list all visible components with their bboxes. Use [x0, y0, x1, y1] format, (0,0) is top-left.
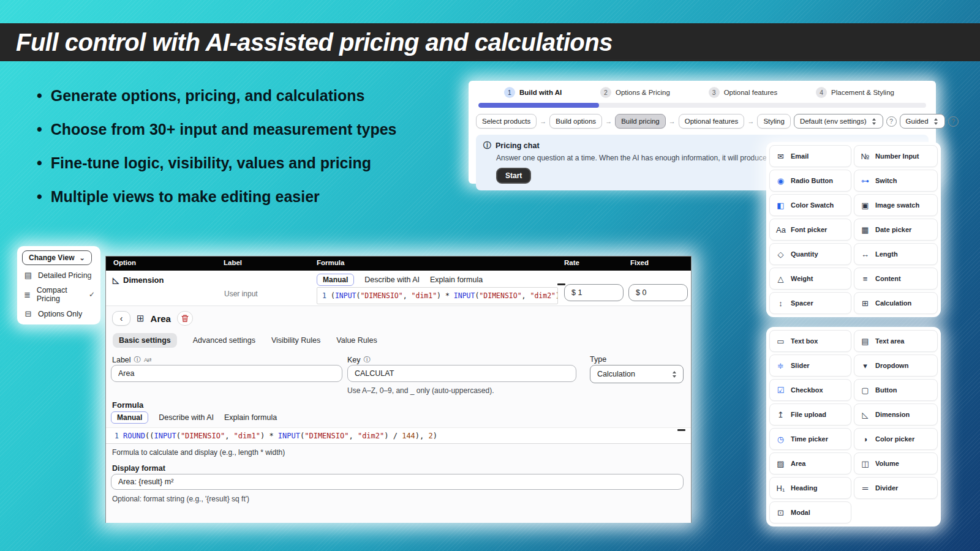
input-type-number-input[interactable]: №Number Input — [854, 145, 938, 167]
info-icon[interactable]: ⓘ — [134, 355, 141, 364]
type-select[interactable]: Calculation — [590, 365, 684, 383]
tab-describe-with-ai[interactable]: Describe with AI — [159, 413, 214, 422]
delete-option-button[interactable] — [177, 311, 193, 326]
help-icon[interactable]: ? — [886, 116, 897, 127]
env-settings-select[interactable]: Default (env settings) — [794, 114, 883, 129]
wizard-steps: 1Build with AI 2Options & Pricing 3Optio… — [469, 81, 936, 98]
input-type-radio-button[interactable]: ◉Radio Button — [769, 170, 851, 192]
step-label: Placement & Styling — [831, 89, 894, 96]
input-type-email[interactable]: ✉Email — [769, 145, 851, 167]
switch-icon: ⊶ — [861, 176, 870, 186]
input-type-dropdown[interactable]: ▾Dropdown — [854, 354, 938, 377]
input-type-volume[interactable]: ◫Volume — [854, 452, 938, 474]
input-type-modal[interactable]: ⊡Modal — [769, 501, 851, 523]
display-format-input[interactable] — [111, 474, 684, 490]
input-type-length[interactable]: ↔Length — [854, 243, 938, 265]
input-type-content[interactable]: ≡Content — [854, 268, 938, 290]
tab-basic-settings[interactable]: Basic settings — [113, 333, 177, 348]
dropdown-icon: ▾ — [861, 361, 870, 370]
input-type-font-picker[interactable]: AaFont picker — [769, 219, 851, 241]
menu-item-detailed-pricing[interactable]: ▤Detailed Pricing — [17, 268, 100, 283]
tab-manual[interactable]: Manual — [111, 411, 148, 424]
step-placement-styling[interactable]: 4Placement & Styling — [816, 87, 894, 98]
input-type-label: Area — [791, 460, 805, 467]
step-options-pricing[interactable]: 2Options & Pricing — [600, 87, 670, 98]
tab-explain-formula[interactable]: Explain formula — [430, 276, 483, 284]
trash-icon — [181, 314, 189, 323]
key-input[interactable] — [347, 365, 576, 382]
button-icon: ▢ — [861, 386, 870, 395]
input-type-color-picker[interactable]: ◑Color picker — [854, 428, 938, 450]
info-icon[interactable]: ⓘ — [364, 355, 371, 364]
pricing-chat-title: Pricing chat — [496, 141, 540, 150]
tab-value-rules[interactable]: Value Rules — [336, 336, 377, 345]
build-options-button[interactable]: Build options — [549, 114, 602, 129]
input-type-area[interactable]: ▨Area — [769, 452, 851, 474]
weight-icon: △ — [776, 274, 785, 283]
build-pricing-button[interactable]: Build pricing — [615, 114, 666, 129]
calculation-icon: ⊞ — [861, 299, 870, 308]
input-type-heading[interactable]: H₁Heading — [769, 477, 851, 499]
tab-explain-formula[interactable]: Explain formula — [224, 413, 277, 422]
step-number: 4 — [816, 87, 827, 98]
slider-icon: ≑ — [776, 361, 785, 370]
guided-mode-select[interactable]: Guided — [900, 114, 945, 129]
rate-input[interactable] — [564, 284, 624, 301]
tab-visibility-rules[interactable]: Visibility Rules — [271, 336, 320, 345]
chevron-down-icon: ⌄ — [79, 254, 85, 262]
input-type-spacer[interactable]: ↕Spacer — [769, 292, 851, 314]
input-type-file-upload[interactable]: ↥File upload — [769, 403, 851, 425]
input-type-color-swatch[interactable]: ◧Color Swatch — [769, 194, 851, 216]
input-type-label: Text area — [875, 337, 905, 345]
select-products-button[interactable]: Select products — [476, 114, 537, 129]
fixed-input[interactable] — [628, 284, 688, 301]
tab-describe-with-ai[interactable]: Describe with AI — [364, 276, 420, 284]
font-picker-icon: Aa — [776, 225, 785, 234]
heading-icon: H₁ — [776, 484, 785, 493]
input-type-dimension[interactable]: ◺Dimension — [854, 403, 938, 425]
tab-manual[interactable]: Manual — [317, 274, 354, 286]
input-type-checkbox[interactable]: ☑Checkbox — [769, 379, 851, 401]
time-picker-icon: ◷ — [776, 435, 785, 444]
input-type-calculation[interactable]: ⊞Calculation — [854, 292, 938, 314]
menu-item-options-only[interactable]: ⊟Options Only — [17, 306, 100, 321]
step-label: Build with AI — [519, 89, 562, 96]
input-type-time-picker[interactable]: ◷Time picker — [769, 428, 851, 450]
content-icon: ≡ — [861, 274, 870, 283]
input-type-label: Calculation — [875, 299, 911, 307]
translate-icon[interactable]: A⇄ — [144, 357, 151, 363]
label-input[interactable] — [111, 365, 342, 382]
option-input-type: User input — [224, 290, 258, 298]
formula-editor[interactable]: 1 ROUND((INPUT("DIMENSIO", "dim1") * INP… — [106, 427, 691, 444]
input-type-text-box[interactable]: ▭Text box — [769, 330, 851, 352]
calculation-icon: ⊞ — [137, 313, 145, 324]
input-type-weight[interactable]: △Weight — [769, 268, 851, 290]
back-button[interactable]: ‹ — [112, 311, 130, 326]
tab-advanced-settings[interactable]: Advanced settings — [193, 336, 255, 345]
input-type-label: Color Swatch — [791, 201, 834, 209]
scrollbar-handle[interactable] — [677, 429, 685, 431]
scrollbar-handle[interactable] — [557, 283, 565, 285]
styling-button[interactable]: Styling — [757, 114, 791, 129]
input-type-image-swatch[interactable]: ▣Image swatch — [854, 194, 938, 216]
optional-features-button[interactable]: Optional features — [679, 114, 745, 129]
check-icon: ✓ — [89, 290, 95, 299]
input-type-button[interactable]: ▢Button — [854, 379, 938, 401]
input-type-switch[interactable]: ⊶Switch — [854, 170, 938, 192]
step-label: Optional features — [724, 89, 778, 96]
change-view-button[interactable]: Change View⌄ — [22, 250, 92, 265]
input-type-quantity[interactable]: ◇Quantity — [769, 243, 851, 265]
row-formula-editor[interactable]: 1 (INPUT("DIMENSIO", "dim1") * INPUT("DI… — [317, 287, 558, 304]
input-type-slider[interactable]: ≑Slider — [769, 354, 851, 377]
start-chat-button[interactable]: Start — [496, 168, 531, 184]
input-type-divider[interactable]: ═Divider — [854, 477, 938, 499]
step-build-with-ai[interactable]: 1Build with AI — [504, 87, 562, 98]
input-type-label: Text box — [791, 337, 818, 345]
help-icon[interactable]: ? — [948, 116, 959, 127]
table-header: Option Label Formula Rate Fixed — [106, 257, 691, 271]
input-type-date-picker[interactable]: ▦Date picker — [854, 219, 938, 241]
input-type-text-area[interactable]: ▤Text area — [854, 330, 938, 352]
step-optional-features[interactable]: 3Optional features — [709, 87, 778, 98]
menu-item-compact-pricing[interactable]: ≣Compact Pricing✓ — [17, 283, 100, 306]
feature-bullet: •Generate options, pricing, and calculat… — [37, 87, 466, 105]
